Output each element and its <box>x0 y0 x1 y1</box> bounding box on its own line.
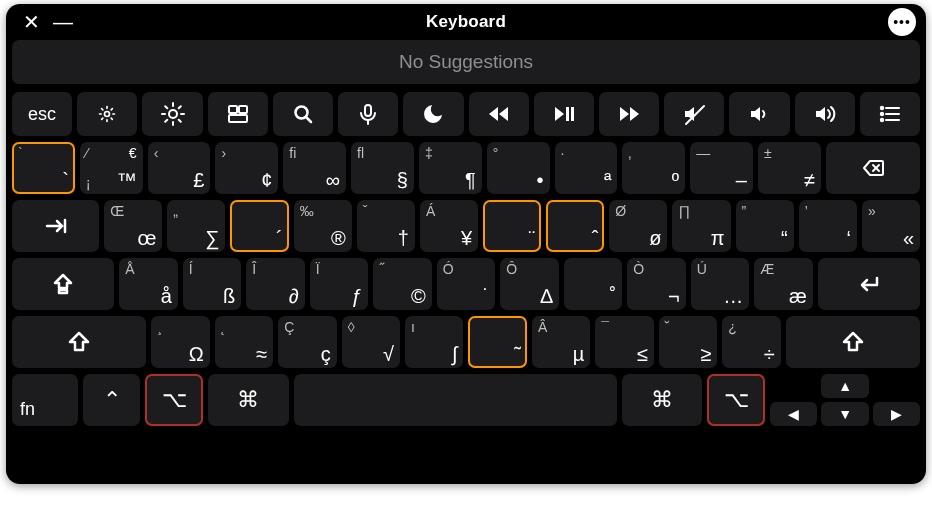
key-one[interactable]: ⁄¡€™ <box>80 142 143 194</box>
tab-key[interactable] <box>12 200 99 252</box>
key-o[interactable]: Øø <box>609 200 667 252</box>
window-title: Keyboard <box>426 12 506 32</box>
home-row: ÅåÍßÎ∂Ïƒ˝©Ó˙Ô∆˚Ò¬Ú…Ææ <box>10 256 922 312</box>
key-slash[interactable]: ¿÷ <box>722 316 780 368</box>
control-key[interactable]: ⌃ <box>83 374 141 426</box>
key-semicolon[interactable]: Ú… <box>691 258 749 310</box>
svg-point-0 <box>105 112 110 117</box>
key-d[interactable]: Î∂ <box>246 258 304 310</box>
key-a[interactable]: Åå <box>119 258 177 310</box>
key-five[interactable]: fl§ <box>351 142 414 194</box>
key-t[interactable]: ˇ† <box>357 200 415 252</box>
arrow-left-key[interactable]: ◀ <box>770 402 817 426</box>
key-quote[interactable]: Ææ <box>754 258 812 310</box>
key-y[interactable]: Á¥ <box>420 200 478 252</box>
key-bracket-open[interactable]: ”“ <box>736 200 794 252</box>
minimize-button[interactable]: — <box>50 9 76 35</box>
key-period[interactable]: ˘≥ <box>659 316 717 368</box>
volume-down-key[interactable] <box>729 92 789 136</box>
svg-line-22 <box>306 117 311 122</box>
command-left-key[interactable]: ⌘ <box>208 374 289 426</box>
key-p[interactable]: ∏π <box>672 200 730 252</box>
key-grave[interactable]: `` <box>12 142 75 194</box>
mute-icon <box>682 102 706 126</box>
volume-up-key[interactable] <box>795 92 855 136</box>
backspace-key[interactable] <box>826 142 920 194</box>
svg-marker-25 <box>489 107 498 121</box>
key-m[interactable]: Âµ <box>532 316 590 368</box>
key-h[interactable]: Ó˙ <box>437 258 495 310</box>
dictation-key[interactable] <box>338 92 398 136</box>
brightness-up-key[interactable] <box>142 92 202 136</box>
svg-marker-34 <box>751 107 760 121</box>
key-j[interactable]: Ô∆ <box>500 258 558 310</box>
arrow-right-key[interactable]: ▶ <box>873 402 920 426</box>
option-left-key[interactable]: ⌥ <box>145 374 203 426</box>
suggestion-bar[interactable]: No Suggestions <box>12 40 920 84</box>
return-icon <box>857 272 881 296</box>
svg-marker-31 <box>630 107 639 121</box>
command-right-key[interactable]: ⌘ <box>622 374 703 426</box>
volume-high-icon <box>813 102 837 126</box>
key-f[interactable]: Ïƒ <box>310 258 368 310</box>
spotlight-key[interactable] <box>273 92 333 136</box>
function-row: esc <box>10 90 922 138</box>
key-l[interactable]: Ò¬ <box>627 258 685 310</box>
arrow-down-key[interactable]: ▼ <box>821 402 868 426</box>
key-x[interactable]: ˛≈ <box>215 316 273 368</box>
return-key[interactable] <box>818 258 920 310</box>
brightness-high-icon <box>161 102 185 126</box>
key-z[interactable]: ¸Ω <box>151 316 209 368</box>
key-zero[interactable]: —– <box>690 142 753 194</box>
key-b[interactable]: ı∫ <box>405 316 463 368</box>
play-pause-key[interactable] <box>534 92 594 136</box>
key-eight[interactable]: ·ª <box>555 142 618 194</box>
svg-rect-20 <box>229 115 247 122</box>
svg-rect-46 <box>59 290 67 293</box>
key-comma[interactable]: ¯≤ <box>595 316 653 368</box>
key-u[interactable]: ¨ <box>483 200 541 252</box>
fast-forward-key[interactable] <box>599 92 659 136</box>
brightness-down-key[interactable] <box>77 92 137 136</box>
esc-key[interactable]: esc <box>12 92 72 136</box>
close-button[interactable]: ✕ <box>18 9 44 35</box>
key-three[interactable]: ›¢ <box>215 142 278 194</box>
key-four[interactable]: fi∞ <box>283 142 346 194</box>
list-key[interactable] <box>860 92 920 136</box>
key-k[interactable]: ˚ <box>564 258 622 310</box>
fn-key[interactable]: fn <box>12 374 78 426</box>
key-bracket-close[interactable]: ’‘ <box>799 200 857 252</box>
svg-line-15 <box>178 120 180 122</box>
space-key[interactable] <box>294 374 617 426</box>
key-v[interactable]: ◊√ <box>342 316 400 368</box>
key-q[interactable]: Œœ <box>104 200 162 252</box>
key-minus[interactable]: ±≠ <box>758 142 821 194</box>
caps-lock-key[interactable] <box>12 258 114 310</box>
caps-icon <box>51 272 75 296</box>
key-two[interactable]: ‹£ <box>148 142 211 194</box>
option-right-key[interactable]: ⌥ <box>707 374 765 426</box>
mute-key[interactable] <box>664 92 724 136</box>
key-e[interactable]: ´ <box>230 200 288 252</box>
arrow-up-key[interactable]: ▲ <box>821 374 868 398</box>
key-i[interactable]: ˆ <box>546 200 604 252</box>
more-button[interactable]: ••• <box>888 8 916 36</box>
key-backslash[interactable]: »« <box>862 200 920 252</box>
key-six[interactable]: ‡¶ <box>419 142 482 194</box>
key-g[interactable]: ˝© <box>373 258 431 310</box>
shift-left-key[interactable] <box>12 316 146 368</box>
shift-right-key[interactable] <box>786 316 920 368</box>
key-n[interactable]: ˜ <box>468 316 526 368</box>
key-w[interactable]: „∑ <box>167 200 225 252</box>
key-seven[interactable]: °• <box>487 142 550 194</box>
svg-line-14 <box>165 106 167 108</box>
mission-control-key[interactable] <box>208 92 268 136</box>
svg-line-17 <box>178 106 180 108</box>
key-nine[interactable]: ‚º <box>622 142 685 194</box>
dnd-key[interactable] <box>403 92 463 136</box>
key-c[interactable]: Çç <box>278 316 336 368</box>
rewind-key[interactable] <box>469 92 529 136</box>
key-r[interactable]: ‰® <box>294 200 352 252</box>
key-s[interactable]: Íß <box>183 258 241 310</box>
svg-rect-18 <box>229 106 237 113</box>
